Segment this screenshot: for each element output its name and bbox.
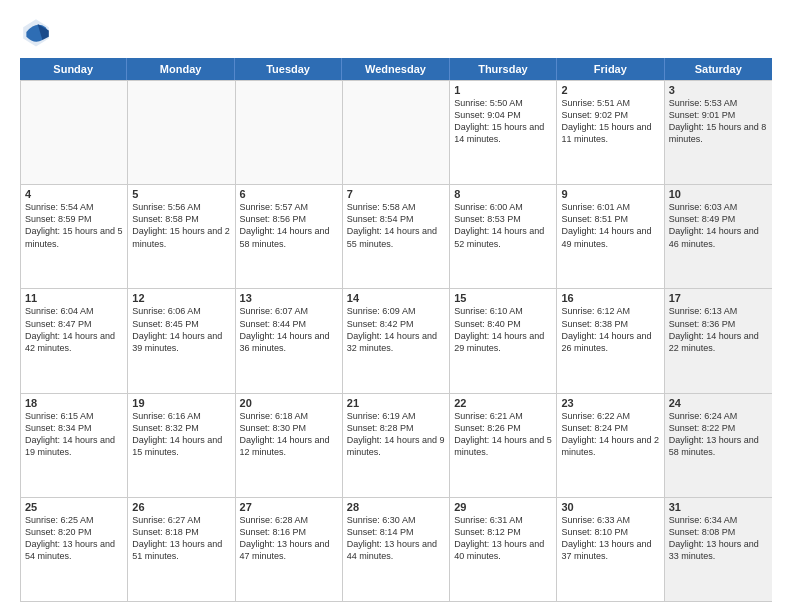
calendar-cell: 8Sunrise: 6:00 AM Sunset: 8:53 PM Daylig… bbox=[450, 185, 557, 288]
day-number: 29 bbox=[454, 501, 552, 513]
day-info: Sunrise: 6:28 AM Sunset: 8:16 PM Dayligh… bbox=[240, 514, 338, 563]
day-info: Sunrise: 6:18 AM Sunset: 8:30 PM Dayligh… bbox=[240, 410, 338, 459]
calendar-cell: 11Sunrise: 6:04 AM Sunset: 8:47 PM Dayli… bbox=[21, 289, 128, 392]
day-info: Sunrise: 6:33 AM Sunset: 8:10 PM Dayligh… bbox=[561, 514, 659, 563]
day-header-friday: Friday bbox=[557, 58, 664, 80]
day-info: Sunrise: 6:10 AM Sunset: 8:40 PM Dayligh… bbox=[454, 305, 552, 354]
day-number: 25 bbox=[25, 501, 123, 513]
day-number: 20 bbox=[240, 397, 338, 409]
day-info: Sunrise: 6:03 AM Sunset: 8:49 PM Dayligh… bbox=[669, 201, 768, 250]
day-number: 17 bbox=[669, 292, 768, 304]
day-info: Sunrise: 6:24 AM Sunset: 8:22 PM Dayligh… bbox=[669, 410, 768, 459]
day-info: Sunrise: 6:01 AM Sunset: 8:51 PM Dayligh… bbox=[561, 201, 659, 250]
calendar-cell: 20Sunrise: 6:18 AM Sunset: 8:30 PM Dayli… bbox=[236, 394, 343, 497]
day-info: Sunrise: 6:04 AM Sunset: 8:47 PM Dayligh… bbox=[25, 305, 123, 354]
calendar: SundayMondayTuesdayWednesdayThursdayFrid… bbox=[20, 58, 772, 602]
day-number: 30 bbox=[561, 501, 659, 513]
calendar-week-3: 11Sunrise: 6:04 AM Sunset: 8:47 PM Dayli… bbox=[21, 288, 772, 392]
logo bbox=[20, 16, 56, 48]
calendar-cell: 30Sunrise: 6:33 AM Sunset: 8:10 PM Dayli… bbox=[557, 498, 664, 601]
day-info: Sunrise: 6:00 AM Sunset: 8:53 PM Dayligh… bbox=[454, 201, 552, 250]
day-number: 11 bbox=[25, 292, 123, 304]
day-info: Sunrise: 6:21 AM Sunset: 8:26 PM Dayligh… bbox=[454, 410, 552, 459]
day-header-wednesday: Wednesday bbox=[342, 58, 449, 80]
calendar-cell bbox=[343, 81, 450, 184]
calendar-week-2: 4Sunrise: 5:54 AM Sunset: 8:59 PM Daylig… bbox=[21, 184, 772, 288]
calendar-cell: 5Sunrise: 5:56 AM Sunset: 8:58 PM Daylig… bbox=[128, 185, 235, 288]
calendar-cell: 18Sunrise: 6:15 AM Sunset: 8:34 PM Dayli… bbox=[21, 394, 128, 497]
calendar-cell: 7Sunrise: 5:58 AM Sunset: 8:54 PM Daylig… bbox=[343, 185, 450, 288]
calendar-cell: 21Sunrise: 6:19 AM Sunset: 8:28 PM Dayli… bbox=[343, 394, 450, 497]
calendar-cell: 16Sunrise: 6:12 AM Sunset: 8:38 PM Dayli… bbox=[557, 289, 664, 392]
day-number: 23 bbox=[561, 397, 659, 409]
calendar-header: SundayMondayTuesdayWednesdayThursdayFrid… bbox=[20, 58, 772, 80]
day-info: Sunrise: 6:15 AM Sunset: 8:34 PM Dayligh… bbox=[25, 410, 123, 459]
calendar-cell: 19Sunrise: 6:16 AM Sunset: 8:32 PM Dayli… bbox=[128, 394, 235, 497]
calendar-body: 1Sunrise: 5:50 AM Sunset: 9:04 PM Daylig… bbox=[20, 80, 772, 602]
day-number: 19 bbox=[132, 397, 230, 409]
calendar-cell: 15Sunrise: 6:10 AM Sunset: 8:40 PM Dayli… bbox=[450, 289, 557, 392]
day-info: Sunrise: 6:12 AM Sunset: 8:38 PM Dayligh… bbox=[561, 305, 659, 354]
day-info: Sunrise: 6:19 AM Sunset: 8:28 PM Dayligh… bbox=[347, 410, 445, 459]
day-number: 10 bbox=[669, 188, 768, 200]
calendar-cell bbox=[128, 81, 235, 184]
calendar-cell: 1Sunrise: 5:50 AM Sunset: 9:04 PM Daylig… bbox=[450, 81, 557, 184]
day-number: 16 bbox=[561, 292, 659, 304]
header bbox=[20, 16, 772, 48]
day-number: 1 bbox=[454, 84, 552, 96]
calendar-cell: 2Sunrise: 5:51 AM Sunset: 9:02 PM Daylig… bbox=[557, 81, 664, 184]
day-number: 15 bbox=[454, 292, 552, 304]
day-info: Sunrise: 5:53 AM Sunset: 9:01 PM Dayligh… bbox=[669, 97, 768, 146]
calendar-cell: 26Sunrise: 6:27 AM Sunset: 8:18 PM Dayli… bbox=[128, 498, 235, 601]
calendar-cell: 23Sunrise: 6:22 AM Sunset: 8:24 PM Dayli… bbox=[557, 394, 664, 497]
day-number: 26 bbox=[132, 501, 230, 513]
day-info: Sunrise: 6:06 AM Sunset: 8:45 PM Dayligh… bbox=[132, 305, 230, 354]
calendar-cell: 14Sunrise: 6:09 AM Sunset: 8:42 PM Dayli… bbox=[343, 289, 450, 392]
day-number: 18 bbox=[25, 397, 123, 409]
day-info: Sunrise: 5:50 AM Sunset: 9:04 PM Dayligh… bbox=[454, 97, 552, 146]
day-header-thursday: Thursday bbox=[450, 58, 557, 80]
day-number: 24 bbox=[669, 397, 768, 409]
day-number: 12 bbox=[132, 292, 230, 304]
calendar-cell: 25Sunrise: 6:25 AM Sunset: 8:20 PM Dayli… bbox=[21, 498, 128, 601]
calendar-cell: 12Sunrise: 6:06 AM Sunset: 8:45 PM Dayli… bbox=[128, 289, 235, 392]
day-info: Sunrise: 6:27 AM Sunset: 8:18 PM Dayligh… bbox=[132, 514, 230, 563]
day-number: 31 bbox=[669, 501, 768, 513]
calendar-week-1: 1Sunrise: 5:50 AM Sunset: 9:04 PM Daylig… bbox=[21, 80, 772, 184]
day-header-monday: Monday bbox=[127, 58, 234, 80]
day-number: 21 bbox=[347, 397, 445, 409]
day-info: Sunrise: 6:09 AM Sunset: 8:42 PM Dayligh… bbox=[347, 305, 445, 354]
day-number: 2 bbox=[561, 84, 659, 96]
logo-icon bbox=[20, 16, 52, 48]
calendar-cell: 6Sunrise: 5:57 AM Sunset: 8:56 PM Daylig… bbox=[236, 185, 343, 288]
day-info: Sunrise: 6:31 AM Sunset: 8:12 PM Dayligh… bbox=[454, 514, 552, 563]
day-info: Sunrise: 5:58 AM Sunset: 8:54 PM Dayligh… bbox=[347, 201, 445, 250]
day-number: 13 bbox=[240, 292, 338, 304]
calendar-cell: 22Sunrise: 6:21 AM Sunset: 8:26 PM Dayli… bbox=[450, 394, 557, 497]
day-number: 28 bbox=[347, 501, 445, 513]
calendar-cell: 10Sunrise: 6:03 AM Sunset: 8:49 PM Dayli… bbox=[665, 185, 772, 288]
calendar-week-5: 25Sunrise: 6:25 AM Sunset: 8:20 PM Dayli… bbox=[21, 497, 772, 601]
calendar-cell: 24Sunrise: 6:24 AM Sunset: 8:22 PM Dayli… bbox=[665, 394, 772, 497]
calendar-cell bbox=[21, 81, 128, 184]
day-info: Sunrise: 6:16 AM Sunset: 8:32 PM Dayligh… bbox=[132, 410, 230, 459]
calendar-cell bbox=[236, 81, 343, 184]
day-number: 6 bbox=[240, 188, 338, 200]
day-number: 4 bbox=[25, 188, 123, 200]
day-info: Sunrise: 6:13 AM Sunset: 8:36 PM Dayligh… bbox=[669, 305, 768, 354]
calendar-cell: 9Sunrise: 6:01 AM Sunset: 8:51 PM Daylig… bbox=[557, 185, 664, 288]
calendar-week-4: 18Sunrise: 6:15 AM Sunset: 8:34 PM Dayli… bbox=[21, 393, 772, 497]
day-number: 8 bbox=[454, 188, 552, 200]
day-info: Sunrise: 6:07 AM Sunset: 8:44 PM Dayligh… bbox=[240, 305, 338, 354]
day-number: 14 bbox=[347, 292, 445, 304]
day-header-sunday: Sunday bbox=[20, 58, 127, 80]
calendar-cell: 27Sunrise: 6:28 AM Sunset: 8:16 PM Dayli… bbox=[236, 498, 343, 601]
day-header-tuesday: Tuesday bbox=[235, 58, 342, 80]
calendar-cell: 4Sunrise: 5:54 AM Sunset: 8:59 PM Daylig… bbox=[21, 185, 128, 288]
day-info: Sunrise: 5:57 AM Sunset: 8:56 PM Dayligh… bbox=[240, 201, 338, 250]
day-info: Sunrise: 5:54 AM Sunset: 8:59 PM Dayligh… bbox=[25, 201, 123, 250]
day-info: Sunrise: 5:56 AM Sunset: 8:58 PM Dayligh… bbox=[132, 201, 230, 250]
calendar-cell: 17Sunrise: 6:13 AM Sunset: 8:36 PM Dayli… bbox=[665, 289, 772, 392]
day-number: 5 bbox=[132, 188, 230, 200]
day-number: 7 bbox=[347, 188, 445, 200]
